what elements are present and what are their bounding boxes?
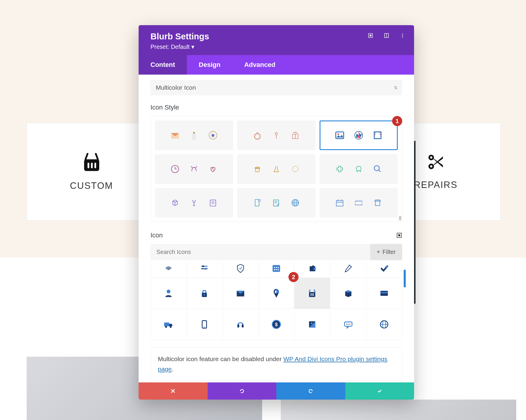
flask-icon: [271, 163, 282, 175]
svg-point-70: [167, 289, 171, 293]
save-button[interactable]: [345, 382, 414, 400]
icon-option[interactable]: [223, 261, 259, 278]
background-photo-right: [281, 400, 516, 420]
style-option[interactable]: [155, 120, 233, 150]
icon-option[interactable]: [187, 278, 222, 309]
redo-button[interactable]: [276, 382, 345, 400]
search-medical-icon: [372, 163, 383, 175]
svg-point-64: [276, 267, 277, 268]
svg-point-14: [402, 37, 403, 38]
expand-section-icon[interactable]: [396, 232, 402, 238]
svg-point-13: [402, 35, 403, 36]
style-option[interactable]: [155, 154, 233, 184]
svg-point-12: [402, 33, 403, 34]
mail-icon: [234, 287, 247, 300]
undo-button[interactable]: [208, 382, 277, 400]
icon-option[interactable]: [187, 309, 222, 340]
bottle-icon: [188, 130, 200, 141]
icon-type-dropdown[interactable]: Multicolor Icon ⇅: [150, 80, 402, 95]
icon-option[interactable]: [223, 278, 259, 309]
fingerprint-icon: [162, 263, 175, 275]
icon-option[interactable]: [151, 261, 187, 278]
preset-selector[interactable]: Preset: Default ▾: [150, 43, 402, 50]
globe-icon: [290, 197, 301, 208]
style-scrollbar[interactable]: [399, 117, 401, 221]
gift-icon: [290, 130, 301, 141]
style-option[interactable]: [155, 188, 233, 218]
modal-header: Blurb Settings Preset: Default ▾: [139, 25, 414, 55]
svg-rect-1: [87, 162, 89, 168]
icon-option[interactable]: $: [259, 309, 294, 340]
search-icons-input[interactable]: [150, 244, 370, 260]
svg-rect-29: [380, 133, 381, 133]
icon-option[interactable]: [366, 261, 402, 278]
icon-option[interactable]: [330, 309, 366, 340]
basket-grid-icon: [306, 287, 318, 300]
tulip-icon: [271, 130, 282, 141]
icon-style-label: Icon Style: [150, 104, 402, 111]
shield-check-icon: [234, 263, 247, 275]
icon-option[interactable]: [223, 309, 259, 340]
svg-rect-87: [237, 324, 239, 328]
svg-rect-52: [355, 201, 362, 205]
icon-option[interactable]: [366, 278, 402, 309]
dropdown-value: Multicolor Icon: [156, 84, 196, 91]
style-option[interactable]: [320, 154, 398, 184]
icon-option[interactable]: [259, 278, 294, 309]
blurb-settings-modal: Blurb Settings Preset: Default ▾ Content…: [139, 25, 414, 400]
filter-button[interactable]: + Filter: [370, 244, 402, 260]
glass-icon: [188, 197, 200, 208]
svg-point-84: [170, 326, 171, 328]
svg-point-61: [205, 268, 206, 270]
layout-icon[interactable]: [384, 33, 389, 38]
style-option[interactable]: [237, 188, 315, 218]
more-icon[interactable]: [400, 33, 405, 38]
phone-gear-icon: [252, 197, 263, 208]
icon-option[interactable]: +−: [294, 309, 330, 340]
svg-rect-16: [192, 133, 195, 140]
badge-2: 2: [288, 272, 299, 282]
svg-rect-72: [204, 294, 205, 296]
film-icon: [372, 130, 383, 141]
svg-point-53: [355, 202, 356, 204]
style-option[interactable]: [237, 120, 315, 150]
svg-rect-88: [242, 324, 243, 328]
truck-icon: [162, 318, 175, 331]
icon-option-selected[interactable]: 2: [294, 278, 330, 309]
icon-option[interactable]: [151, 278, 187, 309]
cancel-button[interactable]: [139, 382, 208, 400]
tab-content[interactable]: Content: [139, 55, 187, 75]
modal-title: Blurb Settings: [150, 32, 402, 41]
icon-grid-scrollbar[interactable]: [404, 270, 406, 287]
style-option[interactable]: [237, 154, 315, 184]
bucket-icon: [252, 163, 263, 175]
icon-option[interactable]: [294, 261, 330, 278]
badge-1: 1: [392, 116, 402, 126]
icon-option[interactable]: [366, 309, 402, 340]
svg-rect-55: [375, 201, 380, 205]
card-custom[interactable]: CUSTOM: [27, 123, 156, 221]
svg-point-66: [274, 269, 275, 270]
heart-leaf-icon: [207, 163, 219, 175]
icon-option[interactable]: [151, 309, 187, 340]
germ-icon: [290, 163, 301, 175]
svg-rect-81: [380, 292, 388, 293]
icon-option[interactable]: [330, 278, 366, 309]
clock-icon: [169, 163, 181, 175]
svg-point-68: [278, 269, 279, 270]
svg-point-5: [430, 156, 432, 159]
style-option-selected[interactable]: 1: [320, 120, 398, 150]
mobile-icon: [198, 318, 211, 331]
tab-design[interactable]: Design: [187, 55, 232, 75]
svg-point-37: [374, 166, 379, 171]
svg-rect-77: [312, 293, 312, 296]
tab-advanced[interactable]: Advanced: [232, 55, 287, 75]
info-message: Multicolor icon feature can be disabled …: [150, 347, 402, 381]
icon-option[interactable]: [187, 261, 222, 278]
style-option[interactable]: [320, 188, 398, 218]
icon-option[interactable]: [330, 261, 366, 278]
svg-point-63: [274, 267, 275, 268]
pin-icon: [270, 287, 283, 300]
contrast-icon: +−: [306, 318, 318, 331]
expand-icon[interactable]: [368, 33, 373, 38]
